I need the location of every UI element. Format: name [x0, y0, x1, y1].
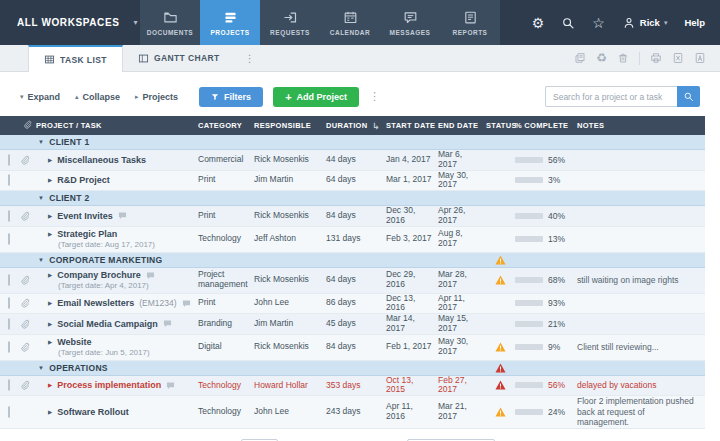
star-icon[interactable]: ☆	[592, 15, 605, 31]
group-row[interactable]: ▼ CLIENT 2	[0, 191, 705, 206]
pdf-export-icon[interactable]	[694, 52, 706, 64]
progress-percent: 24%	[548, 407, 565, 417]
start-date-cell: Dec 30, 2016	[386, 206, 438, 226]
collapse-link[interactable]: ▴ Collapse	[75, 92, 120, 102]
row-checkbox[interactable]	[8, 174, 10, 186]
task-row[interactable]: ▶ Software Rollout Technology John Lee 2…	[0, 396, 705, 429]
col-complete[interactable]: % COMPLETE	[515, 121, 577, 130]
projects-link[interactable]: ▸ Projects	[135, 92, 178, 102]
row-checkbox[interactable]	[8, 210, 10, 222]
search-icon[interactable]	[561, 16, 575, 30]
recycle-icon[interactable]: ♻	[596, 51, 607, 65]
collapse-arrow-icon[interactable]: ▼	[38, 195, 44, 201]
task-row[interactable]: ▶ Company Brochure (Target date: Apr 4, …	[0, 268, 705, 294]
task-name[interactable]: Event Invites	[57, 211, 113, 221]
row-checkbox[interactable]	[8, 341, 10, 353]
task-row[interactable]: ▶ Strategic Plan (Target date: Aug 17, 2…	[0, 227, 705, 253]
task-row[interactable]: ▶ Event Invites Print Rick Mosenkis 84 d…	[0, 206, 705, 227]
row-checkbox[interactable]	[8, 233, 10, 245]
nav-item-documents[interactable]: DOCUMENTS	[140, 0, 200, 45]
expand-arrow-icon[interactable]: ▶	[48, 157, 52, 163]
expand-arrow-icon[interactable]: ▶	[48, 339, 52, 345]
comment-bubble-icon[interactable]	[146, 271, 155, 280]
col-notes[interactable]: NOTES	[577, 121, 705, 130]
group-row[interactable]: ▼ CORPORATE MARKETING	[0, 253, 705, 268]
expand-arrow-icon[interactable]: ▶	[48, 272, 52, 278]
notes-cell: delayed by vacations	[577, 380, 705, 391]
group-row[interactable]: ▼ OPERATIONS	[0, 361, 705, 376]
expand-arrow-icon[interactable]: ▶	[48, 231, 52, 237]
task-table: PROJECT / TASK CATEGORY RESPONSIBLE DURA…	[0, 116, 705, 429]
search-input[interactable]	[545, 86, 677, 107]
col-status[interactable]: STATUS	[486, 121, 515, 130]
col-end-date[interactable]: END DATE	[438, 121, 486, 130]
task-name[interactable]: Company Brochure	[57, 270, 141, 280]
paperclip-icon	[20, 342, 30, 352]
duration-cell: 86 days	[326, 298, 372, 308]
comment-bubble-icon[interactable]	[166, 381, 175, 390]
tab-gantt-chart[interactable]: GANTT CHART	[123, 45, 235, 71]
nav-item-messages[interactable]: MESSAGES	[380, 0, 440, 45]
add-project-button[interactable]: + Add Project	[273, 87, 359, 107]
col-responsible[interactable]: RESPONSIBLE	[254, 121, 326, 130]
col-project-task[interactable]: PROJECT / TASK	[36, 121, 198, 130]
task-row[interactable]: ▶ Email Newsletters (EM1234) Print John …	[0, 294, 705, 315]
task-row[interactable]: ▶ Process implementation Technology Howa…	[0, 376, 705, 397]
task-row[interactable]: ▶ R&D Project Print Jim Martin 64 days M…	[0, 171, 705, 192]
nav-item-reports[interactable]: REPORTS	[440, 0, 500, 45]
task-name[interactable]: Miscellaneous Tasks	[57, 155, 146, 165]
task-name[interactable]: Email Newsletters	[57, 298, 134, 308]
expand-arrow-icon[interactable]: ▶	[48, 177, 52, 183]
user-menu[interactable]: Rick ▾	[622, 16, 668, 30]
trash-icon[interactable]	[617, 52, 629, 64]
comment-bubble-icon[interactable]	[118, 211, 127, 220]
expand-link[interactable]: ▾ Expand	[20, 92, 60, 102]
status-cell	[486, 407, 515, 417]
col-category[interactable]: CATEGORY	[198, 121, 254, 130]
task-row[interactable]: ▶ Miscellaneous Tasks Commercial Rick Mo…	[0, 150, 705, 171]
copy-icon[interactable]	[574, 52, 586, 64]
expand-arrow-icon[interactable]: ▶	[48, 409, 52, 415]
nav-item-calendar[interactable]: CALENDAR	[320, 0, 380, 45]
col-duration[interactable]: DURATION	[326, 121, 372, 130]
workspace-selector[interactable]: ALL WORKSPACES ▾	[0, 0, 140, 45]
task-name[interactable]: Social Media Campaign	[57, 319, 158, 329]
gear-icon[interactable]: ⚙	[532, 15, 545, 31]
task-row[interactable]: ▶ Website (Target date: Jun 5, 2017) Dig…	[0, 335, 705, 361]
task-name[interactable]: Strategic Plan	[57, 229, 117, 239]
row-checkbox[interactable]	[8, 154, 10, 166]
funnel-icon	[211, 93, 219, 101]
print-icon[interactable]	[650, 52, 662, 64]
collapse-arrow-icon[interactable]: ▼	[38, 257, 44, 263]
row-checkbox[interactable]	[8, 297, 10, 309]
group-row[interactable]: ▼ CLIENT 1	[0, 135, 705, 150]
row-checkbox[interactable]	[8, 379, 10, 391]
search-submit-button[interactable]	[677, 86, 700, 107]
row-checkbox[interactable]	[8, 274, 10, 286]
expand-arrow-icon[interactable]: ▶	[48, 300, 52, 306]
nav-item-projects[interactable]: PROJECTS	[200, 0, 260, 45]
excel-export-icon[interactable]	[672, 52, 684, 64]
tab-overflow-menu[interactable]: ⋮	[235, 45, 265, 71]
name-cell: ▶ Company Brochure (Target date: Apr 4, …	[36, 268, 198, 292]
task-name[interactable]: Software Rollout	[57, 407, 129, 417]
row-checkbox[interactable]	[8, 318, 10, 330]
task-name[interactable]: R&D Project	[57, 175, 110, 185]
collapse-arrow-icon[interactable]: ▼	[38, 365, 44, 371]
col-start-date[interactable]: START DATE	[386, 121, 438, 130]
collapse-arrow-icon[interactable]: ▼	[38, 139, 44, 145]
expand-arrow-icon[interactable]: ▶	[48, 321, 52, 327]
toolbar-overflow-menu[interactable]: ⋮	[369, 90, 380, 103]
filters-button[interactable]: Filters	[199, 87, 263, 107]
task-row[interactable]: ▶ Social Media Campaign Branding Jim Mar…	[0, 314, 705, 335]
expand-arrow-icon[interactable]: ▶	[48, 382, 52, 388]
task-name[interactable]: Website	[57, 337, 91, 347]
comment-bubble-icon[interactable]	[182, 299, 191, 308]
help-link[interactable]: Help	[684, 17, 705, 28]
task-name[interactable]: Process implementation	[57, 380, 161, 390]
expand-arrow-icon[interactable]: ▶	[48, 213, 52, 219]
comment-bubble-icon[interactable]	[163, 319, 172, 328]
nav-item-requests[interactable]: REQUESTS	[260, 0, 320, 45]
row-checkbox[interactable]	[8, 406, 10, 418]
tab-task-list[interactable]: TASK LIST	[28, 45, 123, 72]
